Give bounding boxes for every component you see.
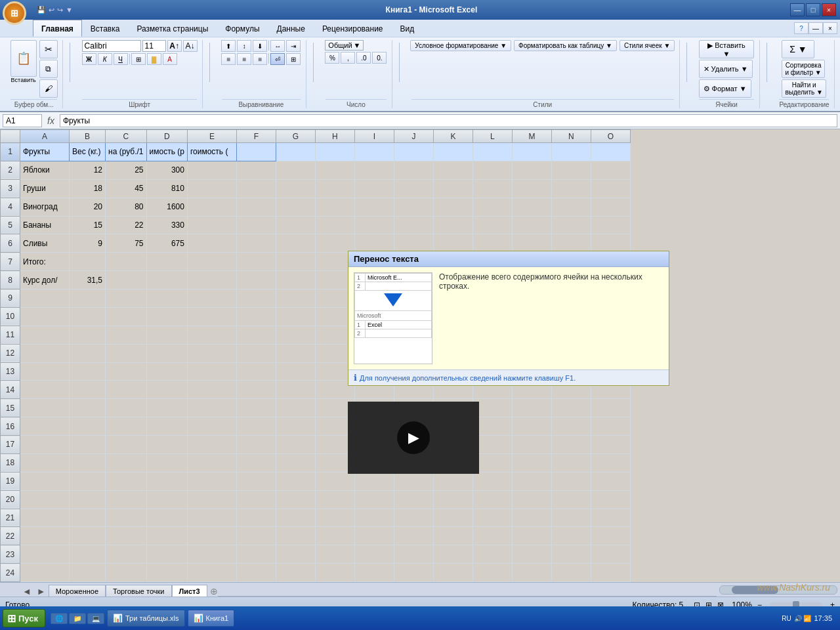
table-cell[interactable] <box>551 527 591 545</box>
table-cell[interactable] <box>472 527 512 545</box>
table-cell[interactable] <box>106 307 147 326</box>
formula-input[interactable] <box>60 114 837 127</box>
table-cell[interactable] <box>276 307 315 326</box>
taskbar-item-book1[interactable]: 📊 Книга1 <box>188 610 235 627</box>
table-cell[interactable] <box>472 545 512 564</box>
table-cell[interactable] <box>70 344 106 362</box>
table-cell[interactable] <box>106 289 147 308</box>
table-cell[interactable] <box>472 179 512 198</box>
table-cell[interactable] <box>70 289 106 308</box>
table-cell[interactable] <box>70 326 106 344</box>
table-cell[interactable] <box>433 216 472 234</box>
table-cell[interactable] <box>187 527 236 545</box>
video-overlay[interactable]: ▶ <box>348 402 479 474</box>
table-cell[interactable] <box>512 417 551 436</box>
table-cell[interactable] <box>106 453 147 472</box>
insert-cells-button[interactable]: ▶ Вставить ▼ <box>699 40 755 58</box>
table-cell[interactable]: Фрукты <box>20 143 70 161</box>
table-cell[interactable] <box>236 545 276 564</box>
table-cell[interactable] <box>236 472 276 490</box>
table-cell[interactable] <box>276 143 315 161</box>
table-cell[interactable] <box>70 564 106 582</box>
table-cell[interactable] <box>236 253 276 271</box>
table-cell[interactable] <box>512 234 551 253</box>
table-cell[interactable] <box>276 453 315 472</box>
table-cell[interactable] <box>187 326 236 344</box>
table-cell[interactable] <box>106 527 147 545</box>
table-cell[interactable] <box>187 564 236 582</box>
sheet-nav-right[interactable]: ► <box>34 586 49 597</box>
table-cell[interactable] <box>512 472 551 490</box>
table-cell[interactable] <box>146 289 187 308</box>
table-cell[interactable] <box>20 545 70 564</box>
table-cell[interactable] <box>551 472 591 490</box>
table-cell[interactable] <box>70 381 106 399</box>
table-cell[interactable] <box>512 143 551 161</box>
table-cell[interactable] <box>591 198 630 216</box>
table-cell[interactable] <box>276 381 315 399</box>
table-cell[interactable] <box>472 509 512 527</box>
table-cell[interactable]: 330 <box>146 216 187 234</box>
table-cell[interactable] <box>236 490 276 509</box>
table-cell[interactable] <box>315 509 354 527</box>
col-header-a[interactable]: A <box>20 130 70 143</box>
increase-font-button[interactable]: A↑ <box>167 40 182 52</box>
table-cell[interactable] <box>276 527 315 545</box>
table-cell[interactable] <box>551 399 591 417</box>
table-cell[interactable] <box>236 234 276 253</box>
table-cell[interactable] <box>187 490 236 509</box>
table-cell[interactable] <box>591 234 630 253</box>
table-cell[interactable] <box>591 509 630 527</box>
align-center-button[interactable]: ≡ <box>237 53 251 65</box>
table-cell[interactable] <box>551 143 591 161</box>
find-select-button[interactable]: Найти ивыделить ▼ <box>782 79 826 98</box>
table-cell[interactable] <box>276 179 315 198</box>
table-cell[interactable]: 675 <box>146 234 187 253</box>
tab-view[interactable]: Вид <box>392 20 423 37</box>
table-cell[interactable] <box>146 472 187 490</box>
table-cell[interactable] <box>354 216 394 234</box>
table-cell[interactable] <box>354 490 394 509</box>
table-cell[interactable] <box>20 417 70 436</box>
table-cell[interactable] <box>276 399 315 417</box>
table-cell[interactable]: на (руб./1 <box>106 143 147 161</box>
ribbon-minimize-button[interactable]: — <box>808 22 823 34</box>
tab-review[interactable]: Рецензирование <box>314 20 392 37</box>
sheet-tab-torgovye[interactable]: Торговые точки <box>106 585 171 597</box>
table-cell[interactable] <box>20 362 70 381</box>
table-cell[interactable] <box>146 381 187 399</box>
table-cell[interactable] <box>20 453 70 472</box>
table-cell[interactable] <box>394 490 433 509</box>
table-cell[interactable] <box>433 490 472 509</box>
table-cell[interactable] <box>433 472 472 490</box>
table-cell[interactable] <box>512 564 551 582</box>
text-direction-button[interactable]: ↔ <box>270 40 285 52</box>
table-cell[interactable] <box>591 472 630 490</box>
col-header-b[interactable]: B <box>70 130 106 143</box>
italic-button[interactable]: К <box>98 53 112 65</box>
table-cell[interactable] <box>591 545 630 564</box>
table-cell[interactable] <box>354 509 394 527</box>
table-cell[interactable] <box>276 417 315 436</box>
thousand-sep-button[interactable]: , <box>341 52 355 64</box>
table-cell[interactable]: 20 <box>70 198 106 216</box>
table-cell[interactable] <box>187 472 236 490</box>
table-cell[interactable]: 22 <box>106 216 147 234</box>
table-cell[interactable] <box>315 545 354 564</box>
table-cell[interactable] <box>70 453 106 472</box>
col-header-i[interactable]: I <box>354 130 394 143</box>
table-cell[interactable] <box>276 234 315 253</box>
table-cell[interactable] <box>591 216 630 234</box>
table-cell[interactable] <box>512 509 551 527</box>
table-cell[interactable] <box>472 161 512 179</box>
table-cell[interactable] <box>354 545 394 564</box>
tab-insert[interactable]: Вставка <box>82 20 129 37</box>
table-cell[interactable] <box>70 307 106 326</box>
table-cell[interactable] <box>394 143 433 161</box>
col-header-n[interactable]: N <box>551 130 591 143</box>
table-cell[interactable] <box>106 436 147 454</box>
ribbon-help-button[interactable]: ? <box>794 22 808 34</box>
maximize-button[interactable]: □ <box>806 3 820 16</box>
table-cell[interactable] <box>106 271 147 289</box>
table-cell[interactable] <box>236 271 276 289</box>
